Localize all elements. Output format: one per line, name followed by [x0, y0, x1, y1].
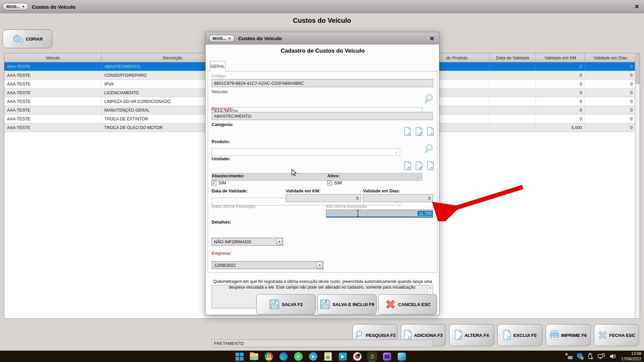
- checkbox-checked-icon[interactable]: ✓: [327, 181, 332, 185]
- cancela-label: CANCELA ESC: [398, 302, 431, 307]
- erp-app-icon[interactable]: S: [368, 352, 377, 361]
- folder-icon: [568, 356, 573, 359]
- mais-menu-button[interactable]: MAIS... ▼: [3, 3, 29, 10]
- empresa-value: FRETAMENTO: [214, 341, 244, 346]
- imprime-label: IMPRIME F6: [561, 333, 587, 338]
- doc-delete-icon[interactable]: [426, 161, 435, 171]
- dropdown-arrow-icon[interactable]: ▼: [317, 262, 323, 268]
- cancela-button[interactable]: CANCELA ESC: [378, 294, 437, 314]
- search-icon[interactable]: [424, 94, 434, 104]
- chevron-down-icon: ▼: [228, 37, 231, 40]
- doc-add-icon[interactable]: [404, 161, 412, 171]
- doc-add-icon: [404, 330, 413, 341]
- abastecimento-label: Abastecimento:: [212, 173, 245, 178]
- fecha-button[interactable]: FECHA ESC: [594, 324, 639, 346]
- hidden-icons-tray[interactable]: ★: [565, 353, 573, 360]
- gear-icon: ⚙: [18, 38, 24, 45]
- firebird-app-icon[interactable]: [353, 352, 362, 361]
- data-validade-dropdown[interactable]: NÃO INFORMADO ▼: [212, 238, 283, 246]
- descricao-label: Descrição:: [212, 106, 234, 111]
- file-explorer-icon[interactable]: [250, 352, 259, 361]
- col-validade-dias[interactable]: Validade em Dias: [585, 53, 635, 62]
- doc-delete-icon[interactable]: [426, 127, 435, 136]
- dropdown-arrow-icon[interactable]: ▼: [276, 238, 282, 245]
- cancel-x-icon: [385, 299, 396, 310]
- cell-validade-dias: 0: [585, 88, 635, 97]
- cell-validade-km: 0: [536, 106, 585, 114]
- cell-validade-dias: 0: [585, 97, 635, 106]
- usb-device-icon[interactable]: [587, 353, 593, 360]
- dialog-mais-button[interactable]: MAIS... ▼: [209, 35, 235, 42]
- window-title: Custos do Veículo: [32, 4, 75, 10]
- cell-veiculo: AAA-TESTE: [4, 62, 102, 71]
- ativo-value: SIM: [334, 180, 342, 185]
- cell-validade-km: 0: [536, 71, 585, 79]
- chevron-down-icon[interactable]: ⌄: [417, 175, 420, 179]
- copiar-button[interactable]: ⚙ ⚙ COPIAR: [3, 29, 52, 48]
- save-icon: [269, 299, 280, 310]
- notes-app-icon[interactable]: [323, 352, 332, 361]
- salva-inclui-button[interactable]: SALVA E INCLUI F9: [317, 294, 377, 314]
- col-veiculo[interactable]: Veículo: [4, 53, 102, 62]
- cell-data-validade: [490, 62, 536, 71]
- tab-geral[interactable]: GERAL: [210, 61, 225, 71]
- document-share-app-icon[interactable]: [338, 352, 347, 361]
- empresa-combobox[interactable]: FRETAMENTO ⌄: [212, 340, 433, 347]
- close-blue-icon: [598, 330, 608, 340]
- clock-time: 13:56: [621, 351, 641, 356]
- doc-add-icon[interactable]: [404, 127, 412, 136]
- table-scrollbar[interactable]: [635, 53, 640, 318]
- adiciona-label: ADICIONA F3: [414, 333, 443, 338]
- telegram-icon[interactable]: [309, 352, 318, 361]
- edge-icon[interactable]: [279, 352, 288, 361]
- data-ultima-dropdown[interactable]: 12/08/2022 ▼: [212, 261, 323, 269]
- security-shield-icon[interactable]: [577, 353, 583, 360]
- cell-data-validade: [490, 106, 536, 114]
- doc-edit-icon[interactable]: [415, 161, 424, 171]
- video-app-icon[interactable]: [382, 352, 391, 361]
- cell-veiculo: AAA-TESTE: [4, 106, 102, 114]
- col-validade-km[interactable]: Validade em KM: [536, 53, 585, 62]
- validade-dias-label: Validade em Dias:: [363, 188, 400, 193]
- unidade-label: Unidade:: [212, 156, 230, 161]
- cell-data-validade: [490, 97, 536, 106]
- search-icon[interactable]: [424, 144, 434, 154]
- start-button[interactable]: [235, 352, 244, 361]
- cell-validade-km: 0: [536, 88, 585, 97]
- chevron-down-icon[interactable]: ⌄: [428, 341, 431, 346]
- photos-app-icon[interactable]: [397, 352, 406, 361]
- cell-validade-km: 0: [536, 97, 585, 106]
- data-validade-value: NÃO INFORMADO: [214, 239, 251, 244]
- categoria-combobox[interactable]: ⌄: [212, 148, 400, 156]
- dialog-titlebar: MAIS... ▼ Custos do Veículo ✕: [206, 32, 439, 45]
- exclui-label: EXCLUI F5: [513, 333, 536, 338]
- imprime-button[interactable]: IMPRIME F6: [546, 324, 591, 346]
- dialog-close-icon[interactable]: ✕: [429, 36, 434, 42]
- data-ultima-label: Data Última Execução:: [212, 204, 256, 209]
- salva-button[interactable]: SALVA F2: [256, 294, 316, 314]
- km-ultima-field[interactable]: 11.700: [326, 209, 433, 218]
- red-annotation-arrow: [429, 181, 530, 221]
- ibeam-cursor: [356, 210, 360, 217]
- col-data-validade[interactable]: Data de Validade: [490, 53, 536, 62]
- chrome-icon[interactable]: [264, 352, 273, 361]
- taskbar-clock[interactable]: 13:56 17/08/2022: [621, 351, 641, 362]
- page-title: Custos do Veículo: [0, 17, 644, 24]
- cell-veiculo: AAA-TESTE: [4, 80, 102, 88]
- doc-edit-icon[interactable]: [415, 127, 424, 136]
- doc-edit-icon: [454, 330, 463, 341]
- altera-button[interactable]: ALTERA F4: [449, 324, 494, 346]
- detalhes-label: Detalhes:: [212, 220, 231, 225]
- volume-icon[interactable]: [609, 353, 617, 360]
- whatsapp-icon[interactable]: ✆: [294, 352, 303, 361]
- checkbox-checked-icon[interactable]: ✓: [212, 181, 216, 185]
- close-window-icon[interactable]: ✕: [634, 4, 639, 10]
- exclui-button[interactable]: EXCLUI F5: [497, 324, 542, 346]
- ativo-checkbox[interactable]: ✓ SIM: [327, 180, 342, 185]
- cell-veiculo: AAA-TESTE: [4, 97, 102, 106]
- cell-data-validade: [490, 71, 536, 79]
- network-display-icon[interactable]: [598, 353, 605, 360]
- abastecimento-checkbox[interactable]: ✓ SIM: [212, 180, 226, 185]
- chevron-down-icon[interactable]: ⌄: [395, 150, 398, 154]
- cell-validade-km: 0: [536, 80, 585, 88]
